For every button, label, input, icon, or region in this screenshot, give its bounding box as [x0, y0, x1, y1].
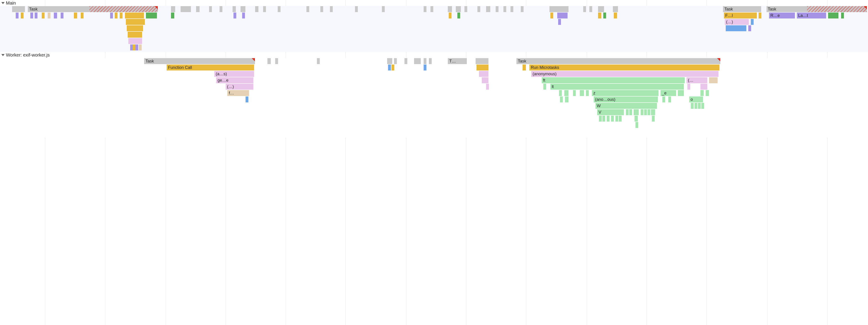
flame-bar[interactable] [748, 25, 751, 31]
flame-bar[interactable] [486, 84, 489, 90]
flame-bar[interactable] [268, 58, 271, 64]
flame-bar[interactable] [263, 6, 266, 12]
flame-bar[interactable] [139, 45, 142, 51]
flame-bar[interactable]: Task [517, 58, 720, 64]
flame-bar[interactable] [171, 6, 175, 12]
track-header-worker[interactable]: Worker: exif-worker.js [0, 52, 868, 58]
flame-bar[interactable] [550, 12, 553, 19]
flame-bar[interactable] [634, 116, 638, 122]
flame-bar[interactable] [751, 19, 754, 25]
flame-bar[interactable]: V [597, 109, 624, 115]
flame-bar[interactable] [241, 6, 246, 12]
flame-bar[interactable] [701, 84, 707, 90]
flame-bar[interactable] [392, 64, 395, 70]
flame-bar[interactable] [619, 116, 622, 122]
flame-bar[interactable] [181, 6, 191, 12]
flame-bar[interactable] [306, 6, 309, 12]
flame-bar[interactable] [30, 12, 33, 19]
flame-bar[interactable] [48, 12, 51, 19]
flame-bar[interactable]: Task [723, 6, 761, 12]
flame-bar[interactable] [42, 12, 45, 19]
flame-bar[interactable] [559, 90, 562, 96]
flame-bar[interactable] [586, 90, 589, 96]
flame-bar[interactable] [698, 103, 701, 109]
flame-bar[interactable]: Task [144, 58, 255, 64]
flame-bar[interactable] [255, 6, 258, 12]
flame-bar[interactable] [146, 12, 157, 19]
flame-bar[interactable] [709, 77, 718, 83]
flame-bar[interactable] [629, 109, 632, 115]
flame-bar[interactable] [54, 12, 57, 19]
flame-bar[interactable] [701, 103, 704, 109]
flame-bar[interactable] [583, 6, 586, 12]
flame-bar[interactable] [457, 12, 460, 19]
flame-bar[interactable] [382, 6, 385, 12]
flame-bar[interactable] [644, 109, 647, 115]
flame-bar[interactable] [641, 109, 644, 115]
flame-bar[interactable] [613, 6, 618, 12]
flame-bar[interactable] [486, 6, 490, 12]
flame-bar[interactable] [580, 90, 584, 96]
flame-bar[interactable] [388, 64, 391, 70]
flame-bar[interactable]: F…l [724, 12, 757, 19]
flame-bar[interactable] [477, 6, 480, 12]
flame-bar[interactable] [355, 6, 358, 12]
flame-bar[interactable]: o [689, 96, 703, 102]
flame-bar[interactable] [424, 64, 427, 70]
flame-bar[interactable]: (… [686, 77, 707, 83]
flame-bar[interactable] [611, 116, 614, 122]
flame-bar[interactable] [127, 25, 143, 31]
flame-bar[interactable] [758, 12, 762, 19]
flame-bar[interactable] [668, 96, 671, 102]
flame-bar[interactable] [387, 58, 393, 64]
flame-bar[interactable] [633, 109, 639, 115]
flame-bar[interactable]: f… [227, 90, 249, 96]
flame-bar[interactable] [694, 103, 698, 109]
flame-bar[interactable]: Task [767, 6, 867, 12]
flame-bar[interactable] [626, 109, 629, 115]
flame-bar[interactable]: W [595, 103, 657, 109]
flame-bar[interactable] [278, 6, 281, 12]
disclosure-triangle-icon[interactable] [1, 54, 5, 56]
flame-bar[interactable] [687, 84, 690, 90]
flame-bar[interactable]: ft [542, 77, 685, 83]
flame-bar[interactable] [232, 6, 236, 12]
flame-bar[interactable] [496, 6, 499, 12]
flame-bar[interactable] [648, 109, 650, 115]
flame-bar[interactable] [429, 58, 432, 64]
flame-bar[interactable] [602, 116, 606, 122]
flame-bar[interactable] [110, 12, 113, 19]
flame-bar[interactable] [234, 12, 237, 19]
flame-bar[interactable] [573, 90, 576, 96]
flame-bar[interactable] [614, 12, 617, 19]
flame-bar[interactable] [558, 19, 561, 25]
flame-bar[interactable] [599, 116, 602, 122]
flame-bar[interactable] [598, 12, 601, 19]
flame-bar[interactable] [394, 58, 397, 64]
flame-bar[interactable] [135, 45, 138, 51]
flame-bar[interactable] [652, 116, 655, 122]
flame-bar[interactable] [615, 116, 618, 122]
flame-bar[interactable] [424, 58, 427, 64]
flame-bar[interactable] [523, 64, 526, 70]
flame-bar[interactable]: Task [28, 6, 158, 12]
flame-bar[interactable]: (…) [226, 84, 253, 90]
flame-bar[interactable] [607, 116, 610, 122]
flame-bar[interactable] [510, 6, 514, 12]
flame-bar[interactable] [701, 90, 704, 96]
flame-bar[interactable] [598, 6, 604, 12]
flame-bar[interactable] [560, 96, 563, 102]
flame-bar[interactable] [479, 71, 489, 77]
flame-bar[interactable] [220, 6, 222, 12]
flame-bar[interactable] [171, 12, 175, 19]
flame-bar[interactable] [662, 96, 665, 102]
flame-bar[interactable] [475, 58, 489, 64]
flame-bar[interactable] [564, 90, 569, 96]
flame-bar[interactable] [115, 12, 118, 19]
flame-bar[interactable] [317, 58, 320, 64]
flame-bar[interactable] [81, 12, 84, 19]
flame-bar[interactable]: (a…s) [214, 71, 254, 77]
flame-bar[interactable] [320, 6, 323, 12]
track-header-main[interactable]: Main [0, 0, 868, 6]
flame-bar[interactable]: ge…e [216, 77, 253, 83]
